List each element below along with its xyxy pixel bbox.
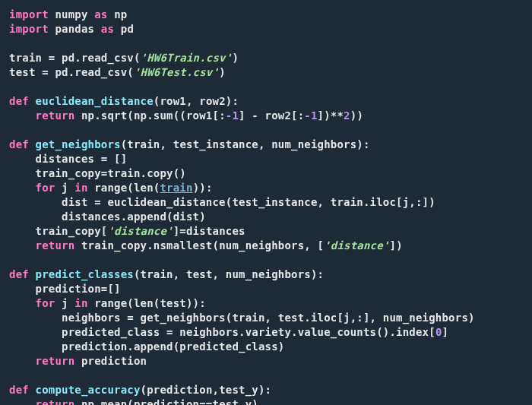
kw-def: def: [9, 268, 29, 280]
kw-in: in: [74, 297, 87, 309]
kw-for: for: [36, 297, 55, 309]
text: prediction.append(predicted_class): [9, 340, 284, 353]
kw-return: return: [36, 355, 75, 367]
code-line: return train_copy.nsmallest(num_neighbor…: [9, 239, 403, 252]
string: 'distance': [107, 225, 173, 237]
text: np.mean(prediction==test_y): [74, 398, 258, 405]
code-line: def get_neighbors(train, test_instance, …: [9, 138, 370, 150]
code-line: import pandas as pd: [9, 23, 134, 35]
number: 2: [344, 109, 350, 122]
params: (row1, row2):: [154, 95, 239, 107]
code-line: import numpy as np: [9, 8, 127, 21]
code-line: for j in range(len(test)):: [9, 297, 206, 309]
text: ])**: [318, 109, 344, 122]
kw-as: as: [101, 23, 114, 35]
text: train_copy[: [9, 225, 107, 237]
text: )): [350, 109, 363, 122]
string: 'HW6Test.csv': [134, 66, 219, 78]
number: 0: [435, 326, 442, 338]
text: j: [55, 182, 74, 194]
params: (prediction,test_y):: [141, 384, 272, 396]
code-line: def compute_accuracy(prediction,test_y):: [9, 384, 271, 396]
code-line: distances = []: [9, 153, 127, 165]
string: 'distance': [324, 239, 389, 252]
text: distances.append(dist): [9, 210, 206, 223]
code-line: dist = euclidean_distance(test_instance,…: [9, 196, 435, 208]
kw-as: as: [94, 8, 107, 21]
fn-name: euclidean_distance: [36, 95, 154, 107]
text: train_copy.nsmallest(num_neighbors, [: [74, 239, 324, 252]
code-line: return prediction: [9, 355, 147, 367]
kw-def: def: [9, 384, 29, 396]
text: prediction: [74, 355, 147, 367]
kw-import: import: [9, 8, 49, 21]
number: -1: [304, 109, 317, 122]
alias: pd: [121, 23, 134, 35]
text: np.sqrt(np.sum((row1[:: [74, 109, 225, 122]
kw-import: import: [9, 23, 49, 35]
code-line: prediction.append(predicted_class): [9, 340, 284, 353]
code-line: for j in range(len(train)):: [9, 182, 213, 194]
text: train = pd.read_csv(: [9, 52, 141, 64]
code-line: train = pd.read_csv('HW6Train.csv'): [9, 52, 239, 64]
text: ]): [390, 239, 403, 252]
text: neighbors = get_neighbors(train, test.il…: [9, 312, 475, 324]
kw-in: in: [74, 182, 87, 194]
code-line: test = pd.read_csv('HW6Test.csv'): [9, 66, 226, 78]
kw-def: def: [9, 138, 29, 150]
module-name: numpy: [55, 8, 87, 21]
code-line: train_copy['distance']=distances: [9, 225, 245, 237]
kw-return: return: [36, 109, 75, 122]
text: distances = []: [9, 153, 127, 165]
kw-for: for: [36, 182, 55, 194]
code-line: return np.mean(prediction==test_y): [9, 398, 258, 405]
fn-name: get_neighbors: [36, 138, 121, 150]
number: -1: [226, 109, 239, 122]
alias: np: [114, 8, 127, 21]
string: 'HW6Train.csv': [141, 52, 233, 64]
code-line: distances.append(dist): [9, 210, 206, 223]
code-line: train_copy=train.copy(): [9, 167, 186, 179]
text: j: [55, 297, 74, 309]
text: range(len(test)):: [88, 297, 206, 309]
params: (train, test_instance, num_neighbors):: [121, 138, 370, 150]
text: test = pd.read_csv(: [9, 66, 134, 78]
text: train_copy=train.copy(): [9, 167, 186, 179]
code-editor: import numpy as np import pandas as pd t…: [0, 0, 532, 405]
text: range(len(: [88, 182, 160, 194]
code-line: def predict_classes(train, test, num_nei…: [9, 268, 324, 280]
text: ): [232, 52, 239, 64]
text: ): [219, 66, 226, 78]
code-line: return np.sqrt(np.sum((row1[:-1] - row2[…: [9, 109, 363, 122]
text: predicted_class = neighbors.variety.valu…: [9, 326, 435, 338]
fn-name: compute_accuracy: [36, 384, 141, 396]
text: ]=distances: [173, 225, 245, 237]
linked-ident: train: [160, 182, 192, 194]
text: )):: [193, 182, 213, 194]
fn-name: predict_classes: [36, 268, 134, 280]
code-line: def euclidean_distance(row1, row2):: [9, 95, 239, 107]
code-line: predicted_class = neighbors.variety.valu…: [9, 326, 448, 338]
kw-return: return: [36, 239, 75, 252]
kw-def: def: [9, 95, 29, 107]
text: ] - row2[:: [239, 109, 304, 122]
text: ]: [442, 326, 449, 338]
module-name: pandas: [55, 23, 94, 35]
kw-return: return: [36, 398, 75, 405]
text: prediction=[]: [9, 283, 121, 295]
text: dist = euclidean_distance(test_instance,…: [9, 196, 435, 208]
code-line: prediction=[]: [9, 283, 121, 295]
params: (train, test, num_neighbors):: [134, 268, 324, 280]
code-line: neighbors = get_neighbors(train, test.il…: [9, 312, 475, 324]
